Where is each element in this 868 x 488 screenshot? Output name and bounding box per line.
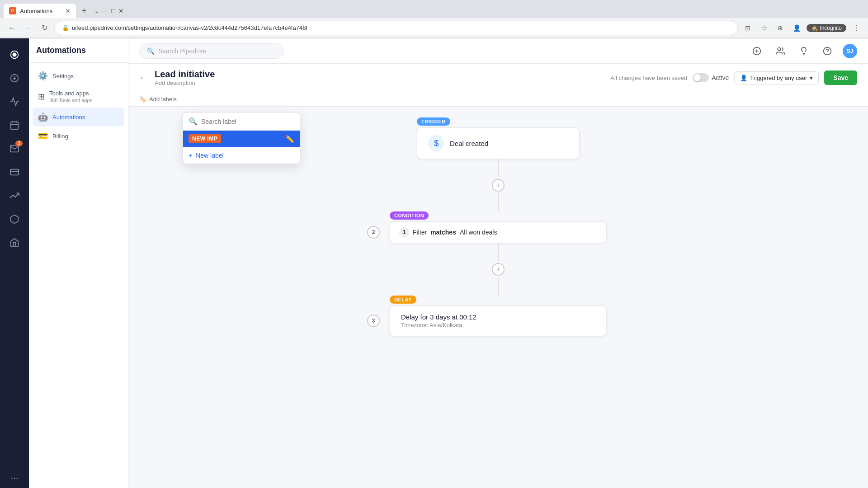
maximize-button[interactable]: □ bbox=[111, 7, 115, 14]
billing-icon: 💳 bbox=[38, 131, 48, 141]
automation-description[interactable]: Add description bbox=[155, 80, 215, 86]
users-icon[interactable] bbox=[772, 43, 788, 59]
filter-matches-text: matches bbox=[430, 229, 456, 236]
trigger-node-card[interactable]: $ Deal created bbox=[417, 127, 580, 159]
trigger-node-wrapper: TRIGGER $ Deal created + bbox=[417, 117, 580, 211]
add-step-button-2[interactable]: + bbox=[492, 263, 505, 276]
plus-button[interactable] bbox=[749, 43, 765, 59]
new-tab-button[interactable]: + bbox=[78, 5, 90, 17]
automations-label: Automations bbox=[52, 114, 85, 121]
minimize-button[interactable]: ─ bbox=[103, 7, 108, 14]
user-avatar[interactable]: SJ bbox=[843, 44, 857, 58]
cast-icon[interactable]: ⊡ bbox=[741, 22, 754, 34]
existing-label-item[interactable]: NEW IMP ✏️ bbox=[183, 131, 300, 147]
search-icon-dropdown: 🔍 bbox=[189, 117, 198, 126]
sidebar-section: ⚙️ Settings ⊞ Tools and apps 388 Tools a… bbox=[29, 63, 128, 149]
toggle-knob bbox=[693, 74, 701, 81]
new-label-item[interactable]: + New label bbox=[183, 147, 300, 164]
nav-item-deals[interactable] bbox=[4, 67, 25, 89]
plus-icon: + bbox=[189, 152, 192, 159]
deal-icon: $ bbox=[428, 135, 444, 151]
tab-bar: P Automations ✕ + ⌄ ─ □ ✕ bbox=[0, 0, 868, 18]
profile-icon[interactable]: 👤 bbox=[790, 22, 803, 34]
bookmark-icon[interactable]: ☆ bbox=[758, 22, 770, 34]
filter-value-text: All won deals bbox=[460, 229, 497, 236]
connector-line-3 bbox=[498, 243, 499, 261]
saved-text: All changes have been saved bbox=[610, 75, 687, 81]
windows-list-icon[interactable]: ⌄ bbox=[94, 7, 99, 14]
trigger-badge: TRIGGER bbox=[417, 117, 450, 126]
edit-icon[interactable]: ✏️ bbox=[285, 135, 294, 143]
save-button[interactable]: Save bbox=[824, 70, 857, 85]
triggered-label: Triggered by any user bbox=[750, 75, 807, 81]
svg-point-1 bbox=[13, 53, 16, 56]
auto-controls: All changes have been saved Active 👤 Tri… bbox=[610, 70, 857, 85]
svg-rect-9 bbox=[10, 169, 19, 175]
back-button[interactable]: ← bbox=[139, 73, 147, 83]
help-icon[interactable] bbox=[819, 43, 835, 59]
step-number-2: 2 bbox=[367, 226, 380, 239]
delay-card[interactable]: Delay for 3 days at 00:12 Timezone: Asia… bbox=[390, 305, 607, 336]
svg-rect-5 bbox=[11, 122, 19, 130]
nav-item-reports[interactable] bbox=[4, 185, 25, 206]
trigger-title: Deal created bbox=[450, 140, 488, 147]
labels-row: 🏷️ Add labels 🔍 NEW IMP ✏️ + New label bbox=[128, 92, 868, 107]
tab-close-button[interactable]: ✕ bbox=[65, 7, 71, 14]
delay-badge: DELAY bbox=[390, 296, 416, 304]
sidebar: Automations ⚙️ Settings ⊞ Tools and apps… bbox=[29, 38, 128, 488]
add-step-button-1[interactable]: + bbox=[492, 179, 505, 192]
nav-item-inbox[interactable]: 3 bbox=[4, 138, 25, 160]
tools-count: 388 Tools and apps bbox=[49, 98, 92, 103]
nav-item-products[interactable] bbox=[4, 208, 25, 230]
label-tag: NEW IMP bbox=[189, 134, 221, 143]
automation-header: ← Lead initiative Add description All ch… bbox=[128, 64, 868, 92]
close-button[interactable]: ✕ bbox=[118, 7, 124, 14]
nav-item-billing[interactable] bbox=[4, 161, 25, 183]
active-tab[interactable]: P Automations ✕ bbox=[4, 4, 76, 18]
active-toggle-wrap: Active bbox=[693, 73, 729, 82]
forward-nav-button[interactable]: → bbox=[22, 22, 34, 34]
delay-subtitle: Timezone: Asia/Kolkata bbox=[401, 322, 595, 328]
lock-icon: 🔒 bbox=[62, 24, 69, 31]
label-search-input[interactable] bbox=[201, 118, 294, 125]
active-toggle[interactable] bbox=[693, 73, 709, 82]
connector-line-2 bbox=[498, 193, 499, 211]
top-icons: SJ bbox=[749, 43, 857, 59]
nav-item-leads[interactable] bbox=[4, 91, 25, 113]
sidebar-item-tools[interactable]: ⊞ Tools and apps 388 Tools and apps bbox=[33, 85, 124, 108]
condition-card[interactable]: 1 Filter matches All won deals bbox=[390, 221, 607, 243]
add-labels-text: Add labels bbox=[149, 96, 177, 103]
automations-icon: 🤖 bbox=[38, 112, 48, 122]
extension-icon[interactable]: ⊕ bbox=[774, 22, 787, 34]
delay-node-wrapper: DELAY 3 Delay for 3 days at 00:12 Timezo… bbox=[390, 296, 607, 336]
sidebar-item-automations[interactable]: 🤖 Automations bbox=[33, 108, 124, 127]
triggered-by-button[interactable]: 👤 Triggered by any user ▾ bbox=[734, 71, 819, 84]
browser-menu-icon[interactable]: ⋮ bbox=[850, 22, 863, 34]
automation-title: Lead initiative bbox=[155, 69, 215, 80]
reload-button[interactable]: ↻ bbox=[38, 22, 51, 34]
label-icon: 🏷️ bbox=[139, 96, 146, 103]
search-bar[interactable]: 🔍 Search Pipedrive bbox=[139, 43, 284, 59]
filter-text: Filter bbox=[413, 229, 427, 236]
browser-nav-icons: ⊡ ☆ ⊕ 👤 🕵 Incognito ⋮ bbox=[741, 22, 863, 34]
address-bar[interactable]: 🔒 uifeed.pipedrive.com/settings/automati… bbox=[54, 21, 738, 35]
billing-label: Billing bbox=[52, 133, 68, 140]
sidebar-item-settings[interactable]: ⚙️ Settings bbox=[33, 66, 124, 85]
settings-label: Settings bbox=[52, 73, 74, 80]
search-placeholder: Search Pipedrive bbox=[158, 47, 207, 55]
nav-item-activities[interactable] bbox=[4, 114, 25, 136]
nav-item-home[interactable] bbox=[4, 44, 25, 66]
nav-bar: ← → ↻ 🔒 uifeed.pipedrive.com/settings/au… bbox=[0, 18, 868, 38]
incognito-button[interactable]: 🕵 Incognito bbox=[807, 24, 846, 32]
sidebar-title: Automations bbox=[29, 38, 128, 63]
tools-icon: ⊞ bbox=[38, 92, 45, 102]
sidebar-item-billing[interactable]: 💳 Billing bbox=[33, 127, 124, 145]
condition-node-wrapper: CONDITION 2 1 Filter matches All won dea… bbox=[390, 211, 607, 296]
bulb-icon[interactable] bbox=[796, 43, 812, 59]
add-labels-button[interactable]: 🏷️ Add labels bbox=[139, 96, 177, 103]
nav-item-marketplace[interactable] bbox=[4, 232, 25, 253]
back-nav-button[interactable]: ← bbox=[5, 22, 18, 34]
condition-node-outer: 2 1 Filter matches All won deals bbox=[390, 221, 607, 243]
nav-more-button[interactable]: ··· bbox=[11, 473, 19, 483]
settings-icon: ⚙️ bbox=[38, 71, 48, 81]
